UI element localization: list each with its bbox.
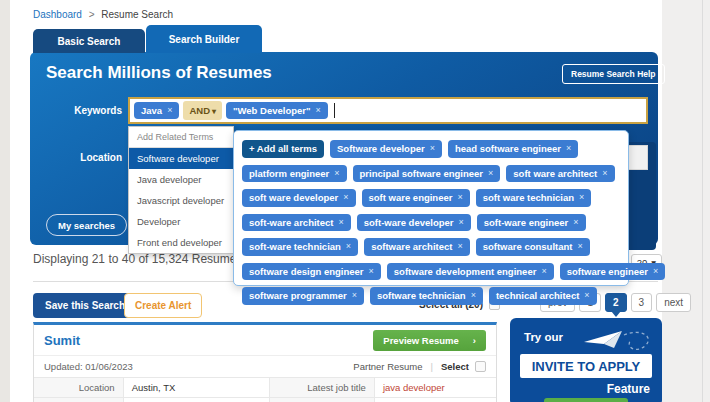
related-term-chip[interactable]: soft-ware architect×: [242, 214, 351, 232]
field-label: Willing to commute: [269, 398, 374, 402]
select-resume-checkbox[interactable]: [475, 361, 486, 372]
field-value: Austin, TX: [123, 378, 269, 398]
table-row: Location Austin, TX Latest job title jav…: [34, 378, 496, 398]
remove-icon[interactable]: ×: [602, 169, 607, 178]
remove-icon[interactable]: ×: [457, 242, 462, 251]
keyword-chip-web-developer[interactable]: "Web Developer" ×: [226, 102, 328, 120]
resume-search-help-button[interactable]: Resume Search Help: [562, 64, 665, 84]
invite-to-apply-banner[interactable]: Try our INVITE TO APPLY Feature: [510, 318, 662, 402]
pagination-next[interactable]: next: [656, 293, 691, 312]
save-search-button[interactable]: Save this Search: [33, 293, 137, 318]
breadcrumb-separator: >: [89, 9, 95, 20]
related-term-chip[interactable]: platform engineer×: [242, 165, 347, 183]
remove-icon[interactable]: ×: [573, 218, 578, 227]
related-term-chip[interactable]: soft-ware engineer×: [477, 214, 586, 232]
related-term-chip[interactable]: software architect×: [364, 238, 470, 256]
tab-basic-search[interactable]: Basic Search: [33, 29, 145, 53]
related-term-chip[interactable]: technical architect×: [489, 287, 597, 305]
related-term-chip[interactable]: software design engineer×: [242, 263, 381, 281]
select-resume-label: Select: [441, 361, 469, 372]
operator-chip-and[interactable]: AND▾: [183, 101, 222, 120]
related-term-chip[interactable]: software engineer×: [560, 263, 666, 281]
related-term-chip[interactable]: software consultant×: [476, 238, 590, 256]
results-count-text: Displaying 21 to 40 of 15,324 Resumes: [33, 252, 242, 266]
scrollbar-track[interactable]: [702, 0, 703, 402]
resume-result-card: Sumit Preview Resume › Updated: 01/06/20…: [33, 322, 497, 402]
candidate-name-link[interactable]: Sumit: [44, 333, 80, 348]
field-label: Location: [34, 378, 123, 398]
caret-down-icon: ▾: [212, 107, 216, 116]
remove-icon[interactable]: ×: [343, 193, 348, 202]
related-term-chip[interactable]: soft ware developer×: [242, 189, 356, 207]
related-terms-popup: + Add all terms Software developer× head…: [233, 130, 629, 286]
updated-date: Updated: 01/06/2023: [44, 361, 133, 372]
promo-line1: Try our: [524, 331, 563, 343]
tab-search-builder[interactable]: Search Builder: [146, 25, 262, 53]
my-searches-button[interactable]: My searches: [46, 214, 127, 236]
related-terms-dropdown: Add Related Terms Software developer Jav…: [128, 126, 234, 254]
related-term-chip[interactable]: principal software engineer×: [353, 165, 501, 183]
remove-icon[interactable]: ×: [430, 144, 435, 153]
dropdown-item-developer[interactable]: Developer: [129, 211, 233, 232]
paper-airplane-icon: [568, 322, 658, 356]
field-value-highlighted: Java Developer: [123, 398, 269, 402]
remove-icon[interactable]: ×: [315, 106, 320, 115]
table-row: Desired job title Java Developer Willing…: [34, 398, 496, 402]
keyword-chip-java[interactable]: Java ×: [134, 102, 179, 120]
field-label: Latest job title: [269, 378, 374, 398]
remove-icon[interactable]: ×: [352, 291, 357, 300]
field-label: Desired job title: [34, 398, 123, 402]
dropdown-item-front-end-developer[interactable]: Front end developer: [129, 232, 233, 253]
dropdown-header: Add Related Terms: [129, 127, 233, 148]
text-cursor: [334, 103, 335, 118]
breadcrumb-current: Resume Search: [101, 9, 173, 20]
remove-icon[interactable]: ×: [334, 169, 339, 178]
related-term-chip[interactable]: software technician×: [370, 287, 483, 305]
field-value-highlighted: java developer: [374, 378, 496, 398]
related-term-chip[interactable]: soft ware technician×: [476, 189, 592, 207]
dropdown-item-software-developer[interactable]: Software developer: [129, 148, 233, 169]
vertical-divider: |: [431, 361, 433, 372]
create-alert-button[interactable]: Create Alert: [124, 293, 202, 318]
related-term-chip[interactable]: soft-ware developer×: [357, 214, 471, 232]
partner-resume-label: Partner Resume: [353, 361, 422, 372]
remove-icon[interactable]: ×: [346, 242, 351, 251]
chevron-right-icon: ›: [473, 335, 476, 346]
related-term-chip[interactable]: head software engineer×: [448, 140, 578, 158]
remove-icon[interactable]: ×: [566, 144, 571, 153]
remove-icon[interactable]: ×: [338, 218, 343, 227]
related-term-chip[interactable]: soft-ware technician×: [242, 238, 358, 256]
related-term-chip[interactable]: soft ware engineer×: [362, 189, 470, 207]
remove-icon[interactable]: ×: [488, 169, 493, 178]
related-term-chip[interactable]: software programmer×: [242, 287, 364, 305]
breadcrumb-dashboard-link[interactable]: Dashboard: [33, 9, 82, 20]
keywords-input[interactable]: Java × AND▾ "Web Developer" ×: [128, 97, 648, 124]
page-left-margin: [0, 0, 10, 402]
related-term-chip[interactable]: Software developer×: [330, 140, 442, 158]
keywords-label: Keywords: [56, 105, 122, 116]
location-label: Location: [56, 152, 122, 163]
pagination-page-3[interactable]: 3: [631, 293, 653, 312]
candidate-details-table: Location Austin, TX Latest job title jav…: [34, 377, 496, 402]
remove-icon[interactable]: ×: [369, 267, 374, 276]
promo-cta-button[interactable]: [544, 398, 628, 402]
promo-line2: INVITE TO APPLY: [520, 354, 652, 378]
related-term-chip[interactable]: software development engineer×: [387, 263, 554, 281]
panel-title: Search Millions of Resumes: [46, 63, 272, 83]
preview-resume-button[interactable]: Preview Resume ›: [373, 330, 486, 351]
related-term-chip[interactable]: soft ware architect×: [506, 165, 614, 183]
resume-search-page: Dashboard > Resume Search Basic Search S…: [0, 0, 710, 402]
remove-icon[interactable]: ×: [584, 291, 589, 300]
remove-icon[interactable]: ×: [471, 291, 476, 300]
remove-icon[interactable]: ×: [457, 193, 462, 202]
add-all-terms-button[interactable]: + Add all terms: [242, 140, 324, 158]
dropdown-item-javascript-developer[interactable]: Javascript developer: [129, 190, 233, 211]
remove-icon[interactable]: ×: [579, 193, 584, 202]
remove-icon[interactable]: ×: [167, 106, 172, 115]
remove-icon[interactable]: ×: [577, 242, 582, 251]
remove-icon[interactable]: ×: [653, 267, 658, 276]
remove-icon[interactable]: ×: [459, 218, 464, 227]
breadcrumb: Dashboard > Resume Search: [33, 9, 173, 20]
remove-icon[interactable]: ×: [541, 267, 546, 276]
dropdown-item-java-developer[interactable]: Java developer: [129, 169, 233, 190]
